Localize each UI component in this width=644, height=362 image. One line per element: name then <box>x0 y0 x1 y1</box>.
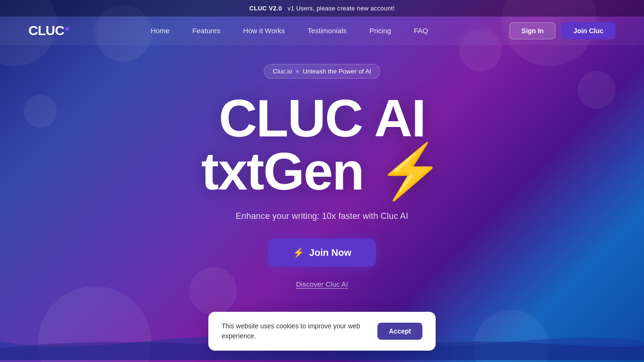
nav-link-pricing[interactable]: Pricing <box>369 27 391 35</box>
nav-item-home[interactable]: Home <box>151 27 170 35</box>
join-now-button[interactable]: ⚡ Join Now <box>268 238 376 267</box>
hero-title-line1: CLUC AI <box>219 92 425 145</box>
announcement-bar: CLUC V2.0 v1 Users, please create new ac… <box>0 0 644 17</box>
nav-link-testimonials[interactable]: Testimonials <box>307 27 347 35</box>
sign-in-button[interactable]: Sign In <box>510 22 555 39</box>
nav-actions: Sign In Join Cluc <box>510 22 616 39</box>
badge-site: Cluc.io <box>273 68 292 75</box>
nav-item-pricing[interactable]: Pricing <box>369 27 391 35</box>
announcement-brand: CLUC V2.0 <box>250 5 282 12</box>
hero-badge: Cluc.io Unleash the Power of AI <box>264 64 380 79</box>
badge-dot-icon <box>296 70 299 73</box>
nav-links: Home Features How it Works Testimonials … <box>151 27 428 35</box>
hero-section: Cluc.io Unleash the Power of AI CLUC AI … <box>0 45 644 288</box>
nav-link-home[interactable]: Home <box>151 27 170 35</box>
nav-link-features[interactable]: Features <box>192 27 220 35</box>
join-cluc-button[interactable]: Join Cluc <box>561 22 616 39</box>
nav-item-faq[interactable]: FAQ <box>414 27 428 35</box>
nav-item-testimonials[interactable]: Testimonials <box>307 27 347 35</box>
hero-subtitle: Enhance your writing: 10x faster with Cl… <box>236 211 408 221</box>
cookie-message: This website uses cookies to improve you… <box>222 321 364 341</box>
logo-dot <box>65 27 69 31</box>
lightning-icon: ⚡ <box>377 145 443 198</box>
badge-text: Unleash the Power of AI <box>303 68 371 75</box>
nav-item-how-it-works[interactable]: How it Works <box>243 27 285 35</box>
logo-text: CLUC <box>28 23 64 38</box>
navbar: CLUC Home Features How it Works Testimon… <box>0 17 644 45</box>
nav-item-features[interactable]: Features <box>192 27 220 35</box>
cookie-banner: This website uses cookies to improve you… <box>208 312 436 351</box>
hero-title-txtgen: txtGen <box>201 142 364 201</box>
nav-link-how-it-works[interactable]: How it Works <box>243 27 285 35</box>
hero-title-line2: txtGen ⚡ <box>201 145 443 198</box>
discover-link[interactable]: Discover Cluc AI <box>296 280 348 288</box>
accept-cookies-button[interactable]: Accept <box>377 323 422 340</box>
nav-link-faq[interactable]: FAQ <box>414 27 428 35</box>
logo[interactable]: CLUC <box>28 23 69 38</box>
announcement-message: v1 Users, please create new account! <box>287 5 394 12</box>
join-now-lightning-icon: ⚡ <box>293 247 304 258</box>
join-now-label: Join Now <box>309 247 351 258</box>
